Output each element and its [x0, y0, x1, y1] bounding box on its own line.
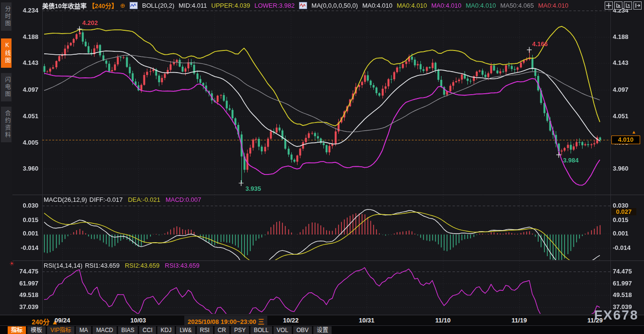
y-axis-label: 3.960	[12, 165, 38, 172]
scale-axis-left-icon[interactable]	[614, 1, 622, 10]
sidebar-item-time-chart[interactable]: 分时图	[1, 2, 12, 31]
sidebar-item-kline-chart[interactable]: K线图	[1, 38, 12, 68]
rsi2-value: RSI2:43.659	[125, 262, 159, 269]
y-axis-label: 4.143	[12, 59, 38, 66]
low-annotation-2: 3.984	[563, 157, 579, 164]
chart-canvas[interactable]	[0, 0, 644, 334]
toolbar-vip-indicator-button[interactable]: VIP指标	[47, 326, 74, 334]
ma-value-6: MA0:4.010	[538, 2, 569, 9]
rsi-name: RSI(14,14,14)	[44, 262, 83, 269]
date-axis-label: 11/19	[502, 317, 536, 324]
rsi-legend: RSI(14,14,14) RSI1:43.659 RSI2:43.659 RS…	[44, 262, 200, 269]
y-axis-label: 0.015	[12, 216, 38, 223]
ma-value-3: MA0:4.010	[431, 2, 462, 9]
price-marker-arrow: ▲	[632, 129, 636, 135]
high-annotation-2: 4.166	[532, 40, 548, 48]
toolbar-vol-button[interactable]: VOL	[274, 326, 292, 334]
ma-label: MA(0,0,0,0,50,0)	[311, 2, 358, 9]
toolbar-indicator-button[interactable]: 指标	[8, 326, 26, 334]
y-axis-label: -0.014	[12, 244, 38, 251]
toolbar-obv-button[interactable]: OBV	[293, 326, 312, 334]
date-axis: 240分 ▲ 2025/10/08 19:00~23:00 三 09/2410/…	[0, 315, 644, 325]
macd-value-tag: 0.027	[611, 208, 636, 215]
chart-controls	[605, 1, 642, 10]
y-axis-label: 49.518	[12, 291, 38, 298]
zoom-toggle-icon[interactable]: ⊕	[120, 2, 125, 9]
macd-legend: MACD(26,12,9) DIFF:-0.017 DEA:-0.021 MAC…	[44, 196, 201, 203]
y-axis-label: 61.997	[613, 280, 632, 287]
toolbar-lw-button[interactable]: LW&	[176, 326, 195, 334]
period-badge: 【240分】	[88, 1, 118, 10]
date-axis-label: 10/03	[121, 317, 155, 324]
chart-type-sidebar: 分时图 K线图 闪电图 合约资料	[0, 0, 12, 315]
low-annotation-1: 3.935	[246, 185, 262, 192]
macd-diff-value: DIFF:-0.017	[89, 196, 122, 203]
y-axis-label: 61.997	[12, 280, 38, 287]
y-axis-label: 4.097	[613, 86, 629, 93]
date-axis-label: 10/31	[350, 317, 383, 324]
rsi1-value: RSI1:43.659	[85, 262, 119, 269]
boll-upper-value: UPPER:4.039	[211, 2, 250, 9]
y-axis-label: 4.143	[613, 59, 629, 66]
y-axis-label: 0.015	[613, 216, 629, 223]
indicator-toolbar: 指标 模板 VIP指标 MA MACD BIAS CCI KDJ LW& RSI…	[0, 325, 644, 334]
date-axis-label: 09/24	[46, 317, 79, 324]
rsi3-value: RSI3:43.659	[165, 262, 200, 269]
y-axis-label: 0.030	[12, 202, 38, 209]
macd-name: MACD(26,12,9)	[44, 196, 87, 203]
macd-bar-value: MACD:0.007	[166, 196, 201, 203]
y-axis-label: 74.475	[12, 268, 38, 275]
macd-dea-value: DEA:-0.021	[128, 196, 160, 203]
y-axis-label: 4.188	[613, 33, 629, 40]
y-axis-label: 4.234	[12, 7, 38, 14]
ma-value-4: MA0:4.010	[466, 2, 496, 9]
y-axis-label: 0.001	[613, 230, 629, 237]
boll-lower-value: LOWER:3.982	[254, 2, 295, 9]
y-axis-label: -0.014	[613, 244, 631, 251]
y-axis-label: 4.051	[613, 112, 629, 120]
toolbar-macd-button[interactable]: MACD	[93, 326, 116, 334]
boll-indicator-icon[interactable]	[130, 2, 138, 9]
toolbar-boll-button[interactable]: BOLL	[250, 326, 272, 334]
boll-label: BOLL(20,2)	[142, 2, 174, 9]
chart-header: 美债10年收益率 【240分】 ⊕ BOLL(20,2) MID:4.011 U…	[42, 1, 568, 10]
y-axis-label: 4.188	[12, 33, 38, 40]
toolbar-psy-button[interactable]: PSY	[231, 326, 249, 334]
boll-mid-value: MID:4.011	[179, 2, 207, 9]
indicator-settings-icon[interactable]: ☀	[9, 260, 15, 267]
y-axis-label: 74.475	[613, 268, 632, 275]
toolbar-template-button[interactable]: 模板	[27, 326, 46, 334]
ma50-value: MA50:4.065	[500, 2, 534, 9]
trading-app: 分时图 K线图 闪电图 合约资料 .sidebar .stab{position…	[0, 0, 644, 334]
toolbar-kdj-button[interactable]: KDJ	[157, 326, 175, 334]
sidebar-item-lightning-chart[interactable]: 闪电图	[1, 73, 12, 101]
last-price-tag: 4.010	[611, 136, 640, 144]
y-axis-label: 37.039	[12, 303, 38, 310]
go-to-latest-icon[interactable]	[633, 1, 642, 10]
toolbar-cci-button[interactable]: CCI	[139, 326, 156, 334]
toolbar-rsi-button[interactable]: RSI	[197, 326, 213, 334]
toolbar-ma-button[interactable]: MA	[76, 326, 91, 334]
date-axis-label: 11/10	[426, 317, 460, 324]
scale-axis-right-icon[interactable]	[624, 1, 632, 10]
symbol-title: 美债10年收益率	[42, 1, 86, 10]
y-axis-label: 3.960	[613, 165, 629, 172]
sidebar-item-contract-info[interactable]: 合约资料	[1, 107, 12, 142]
y-axis-label: 4.097	[12, 86, 38, 93]
fx678-watermark: FX678	[594, 308, 639, 323]
ma-value-1: MA0:4.010	[362, 2, 393, 9]
move-crosshair-icon[interactable]	[605, 1, 613, 10]
ma-indicator-icon[interactable]	[299, 2, 307, 9]
y-axis-label: 4.051	[12, 112, 38, 120]
y-axis-label: 0.001	[12, 230, 38, 237]
toolbar-settings-button[interactable]: 设置	[313, 326, 332, 334]
high-annotation-1: 4.202	[83, 19, 98, 26]
toolbar-bias-button[interactable]: BIAS	[118, 326, 138, 334]
date-axis-label: 10/22	[274, 317, 308, 324]
toolbar-cr-button[interactable]: CR	[215, 326, 229, 334]
y-axis-label: 4.005	[12, 139, 38, 146]
y-axis-label: 49.518	[613, 291, 632, 298]
ma-value-2: MA0:4.010	[397, 2, 427, 9]
